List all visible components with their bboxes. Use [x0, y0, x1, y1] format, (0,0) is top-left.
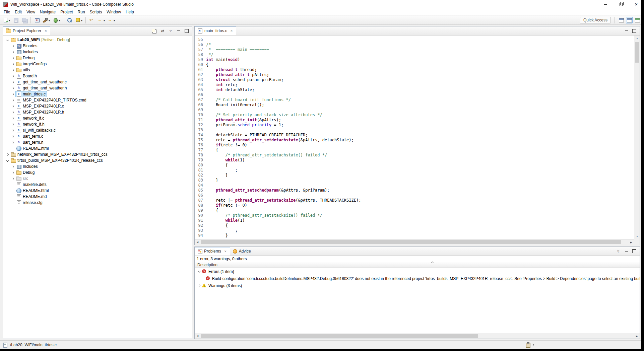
- tree-collapsed-icon[interactable]: [10, 106, 15, 107]
- new-button[interactable]: [2, 16, 11, 24]
- close-icon[interactable]: [230, 29, 233, 33]
- tree-collapsed-icon[interactable]: [10, 75, 15, 77]
- back-button[interactable]: [96, 16, 106, 24]
- tree-collapsed-icon[interactable]: [10, 172, 15, 173]
- code-line[interactable]: 63 struct sched_param priParam;: [195, 77, 634, 82]
- code-line[interactable]: 79 while(1): [195, 158, 634, 163]
- description-column-header[interactable]: Description: [195, 262, 640, 268]
- restore-button[interactable]: [613, 0, 629, 9]
- code-line[interactable]: 72 priParam.sched_priority = 1;: [195, 123, 634, 128]
- tree-item-debug[interactable]: Debug: [3, 169, 192, 176]
- tree-item-get-time-and-weather-c[interactable]: get_time_and_weather.c: [3, 79, 192, 85]
- tree-item-msp-exp432p401r-h[interactable]: MSP_EXP432P401R.h: [3, 109, 192, 115]
- code-line[interactable]: 76 if(retc != 0): [195, 143, 634, 148]
- scroll-left-icon[interactable]: ◀: [195, 239, 200, 245]
- tree-collapsed-icon[interactable]: [10, 124, 15, 125]
- minimize-button[interactable]: [598, 0, 613, 9]
- open-perspective-icon[interactable]: [619, 17, 624, 23]
- code-line[interactable]: 61 pthread_t thread;: [195, 67, 634, 72]
- new-target-configuration-button[interactable]: [33, 16, 41, 24]
- tree-item-debug[interactable]: Debug: [3, 55, 192, 61]
- tree-item-tirtos-builds-msp-exp432p401r-release-ccs[interactable]: tirtos_builds_MSP_EXP432P401R_release_cc…: [3, 157, 192, 163]
- code-line[interactable]: 57 * ======== main ========: [195, 47, 634, 52]
- tree-collapsed-icon[interactable]: [10, 118, 15, 119]
- sash-grip[interactable]: [432, 260, 433, 265]
- tree-item-lab20-wifi[interactable]: Lab20_WiFi[Active - Debug]: [3, 37, 192, 43]
- tab-main-tirtos-c[interactable]: main_tirtos.c: [195, 26, 236, 35]
- code-line[interactable]: 64 int retc;: [195, 82, 634, 87]
- code-line[interactable]: 89 {: [195, 208, 634, 213]
- tree-collapsed-icon[interactable]: [10, 69, 15, 71]
- code-line[interactable]: 93 ;: [195, 228, 634, 233]
- search-button[interactable]: [65, 16, 73, 24]
- forward-button[interactable]: [107, 16, 116, 24]
- code-line[interactable]: 56/*: [195, 42, 634, 47]
- maximize-view-icon[interactable]: [184, 28, 189, 33]
- code-line[interactable]: 67 /* Call board init functions */: [195, 97, 634, 102]
- code-line[interactable]: 62 pthread_attr_t pAttrs;: [195, 72, 634, 77]
- tree-item-network-if-h[interactable]: network_if.h: [3, 121, 192, 127]
- tree-collapsed-icon[interactable]: [10, 112, 15, 113]
- tree-item-uart-term-h[interactable]: uart_term.h: [3, 139, 192, 145]
- tree-item-network-terminal-msp-exp432p401r-tirtos-ccs[interactable]: network_terminal_MSP_EXP432P401R_tirtos_…: [3, 151, 192, 157]
- problem-group-row[interactable]: Warnings (3 items): [195, 282, 640, 289]
- tree-item-board-h[interactable]: Board.h: [3, 73, 192, 79]
- close-icon[interactable]: [44, 29, 47, 33]
- tree-item-targetconfigs[interactable]: targetConfigs: [3, 61, 192, 67]
- menu-window[interactable]: Window: [104, 9, 123, 15]
- tree-item-utils[interactable]: utils: [3, 67, 192, 73]
- maximize-view-icon[interactable]: [632, 28, 637, 33]
- dropdown-arrow-icon[interactable]: [80, 18, 82, 22]
- code-line[interactable]: 85 pthread_attr_setschedparam(&pAttrs, &…: [195, 188, 634, 193]
- tree-item-readme-md[interactable]: README.md: [3, 194, 192, 200]
- code-line[interactable]: 65 int detachState;: [195, 87, 634, 92]
- code-line[interactable]: 83 }: [195, 178, 634, 183]
- dropdown-arrow-icon[interactable]: [48, 18, 50, 22]
- build-button[interactable]: [42, 16, 51, 24]
- scroll-down-icon[interactable]: ▼: [634, 233, 640, 239]
- minimize-view-icon[interactable]: [624, 28, 629, 33]
- tree-collapsed-icon[interactable]: [197, 285, 202, 286]
- code-line[interactable]: 84: [195, 183, 634, 188]
- tree-item-src[interactable]: src: [3, 176, 192, 182]
- tree-item-msp-exp432p401r-tirtos-cmd[interactable]: MSP_EXP432P401R_TIRTOS.cmd: [3, 97, 192, 103]
- code-line[interactable]: 94 }: [195, 233, 634, 238]
- tree-collapsed-icon[interactable]: [10, 81, 15, 83]
- quick-access-button[interactable]: Quick Access: [580, 17, 611, 23]
- tree-item-readme-html[interactable]: README.html: [3, 145, 192, 151]
- last-edit-location-button[interactable]: [88, 16, 96, 24]
- scroll-left-icon[interactable]: ◀: [195, 333, 200, 339]
- tree-collapsed-icon[interactable]: [10, 93, 15, 95]
- dropdown-arrow-icon[interactable]: [58, 18, 60, 22]
- scroll-right-icon[interactable]: ▶: [634, 333, 640, 339]
- code-line[interactable]: 86: [195, 193, 634, 198]
- view-menu-icon[interactable]: [616, 249, 621, 254]
- tree-item-readme-html[interactable]: README.html: [3, 188, 192, 194]
- tree-collapsed-icon[interactable]: [10, 166, 15, 167]
- code-line[interactable]: 77 {: [195, 148, 634, 153]
- tree-expanded-icon[interactable]: [5, 39, 10, 41]
- code-line[interactable]: 66: [195, 92, 634, 97]
- editor-vertical-scrollbar[interactable]: ▲ ▼: [634, 36, 640, 239]
- code-line[interactable]: 71 pthread_attr_init(&pAttrs);: [195, 118, 634, 123]
- code-line[interactable]: 55: [195, 37, 634, 42]
- ccs-debug-perspective-icon[interactable]: [635, 17, 640, 23]
- code-line[interactable]: 92 {: [195, 223, 634, 228]
- menu-scripts[interactable]: Scripts: [87, 9, 105, 15]
- code-line[interactable]: 74 detachState = PTHREAD_CREATE_DETACHED…: [195, 133, 634, 138]
- minimize-view-icon[interactable]: [176, 28, 181, 33]
- editor-horizontal-scrollbar[interactable]: ◀ ▶: [195, 239, 634, 245]
- mark-occurrences-button[interactable]: [74, 16, 83, 24]
- tree-item-release-cfg[interactable]: release.cfg: [3, 200, 192, 206]
- menu-help[interactable]: Help: [123, 9, 136, 15]
- tree-collapsed-icon[interactable]: [10, 45, 15, 47]
- code-line[interactable]: 80 {: [195, 163, 634, 168]
- chevron-right-icon[interactable]: [532, 344, 534, 346]
- code-line[interactable]: 91 while(1): [195, 218, 634, 223]
- code-line[interactable]: 87 retc |= pthread_attr_setstacksize(&pA…: [195, 198, 634, 203]
- code-line[interactable]: 90 /* pthread_attr_setstacksize() failed…: [195, 213, 634, 218]
- tree-expanded-icon[interactable]: [197, 271, 202, 272]
- code-editor[interactable]: 5556/*57 * ======== main ========58 */59…: [195, 36, 634, 239]
- scroll-up-icon[interactable]: ▲: [634, 36, 640, 41]
- code-line[interactable]: 73: [195, 128, 634, 133]
